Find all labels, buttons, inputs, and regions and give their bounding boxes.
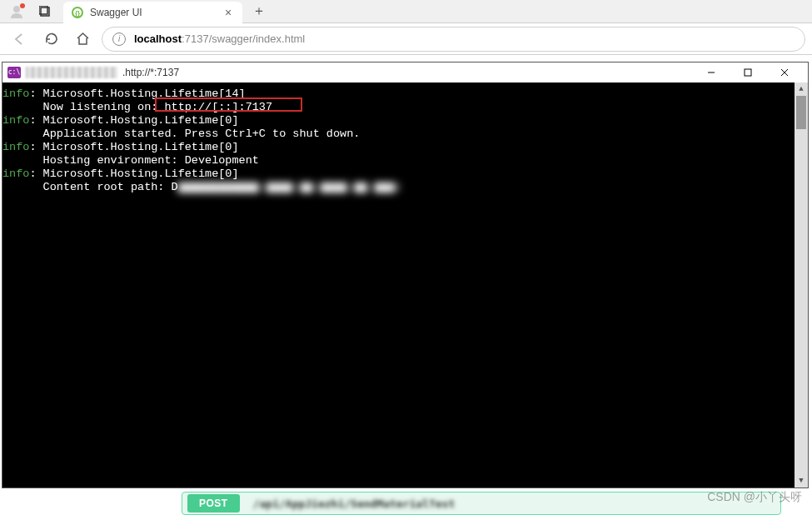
console-title: .http://*:7137: [122, 67, 179, 78]
console-output: info: Microsoft.Hosting.Lifetime[14] Now…: [2, 88, 401, 194]
console-body: info: Microsoft.Hosting.Lifetime[14] Now…: [2, 82, 808, 488]
console-titlebar[interactable]: c:\ .http://*:7137: [2, 62, 808, 82]
scroll-thumb[interactable]: [796, 96, 806, 129]
tab-favicon-icon: {}: [72, 7, 83, 18]
endpoint-path: /api/AppJiezhi/SendMaterialTest: [253, 498, 456, 510]
svg-rect-6: [745, 69, 751, 76]
scroll-down-icon[interactable]: ▼: [795, 474, 808, 488]
tabs-overview-icon[interactable]: [33, 2, 57, 21]
tab-close-icon[interactable]: ×: [222, 7, 234, 18]
profile-icon[interactable]: [7, 2, 27, 22]
new-tab-button[interactable]: ＋: [247, 2, 271, 22]
scroll-up-icon[interactable]: ▲: [795, 82, 808, 96]
console-title-blurred: [26, 67, 117, 78]
back-button[interactable]: [7, 27, 32, 52]
close-button[interactable]: [766, 62, 803, 82]
reload-button[interactable]: [38, 27, 63, 52]
tab-title: Swagger UI: [90, 7, 216, 18]
minimize-button[interactable]: [693, 62, 730, 82]
watermark: CSDN @小丫头呀: [707, 490, 802, 505]
url-text: localhost:7137/swagger/index.html: [134, 32, 305, 45]
svg-point-0: [13, 6, 20, 12]
site-info-icon[interactable]: i: [112, 32, 126, 46]
browser-tab-bar: {} Swagger UI × ＋: [0, 0, 812, 23]
console-app-icon: c:\: [7, 67, 21, 78]
swagger-endpoint-row[interactable]: POST /api/AppJiezhi/SendMaterialTest: [182, 492, 781, 515]
browser-tab[interactable]: {} Swagger UI ×: [63, 2, 242, 23]
notification-dot: [20, 3, 25, 8]
http-method-badge: POST: [187, 494, 240, 512]
console-window: c:\ .http://*:7137 info: Microsoft.Hosti…: [2, 62, 809, 488]
address-bar[interactable]: i localhost:7137/swagger/index.html: [102, 27, 805, 52]
home-button[interactable]: [70, 27, 95, 52]
scrollbar[interactable]: ▲ ▼: [795, 82, 808, 488]
browser-toolbar: i localhost:7137/swagger/index.html: [0, 23, 812, 55]
svg-text:{}: {}: [75, 9, 80, 17]
maximize-button[interactable]: [730, 62, 766, 82]
